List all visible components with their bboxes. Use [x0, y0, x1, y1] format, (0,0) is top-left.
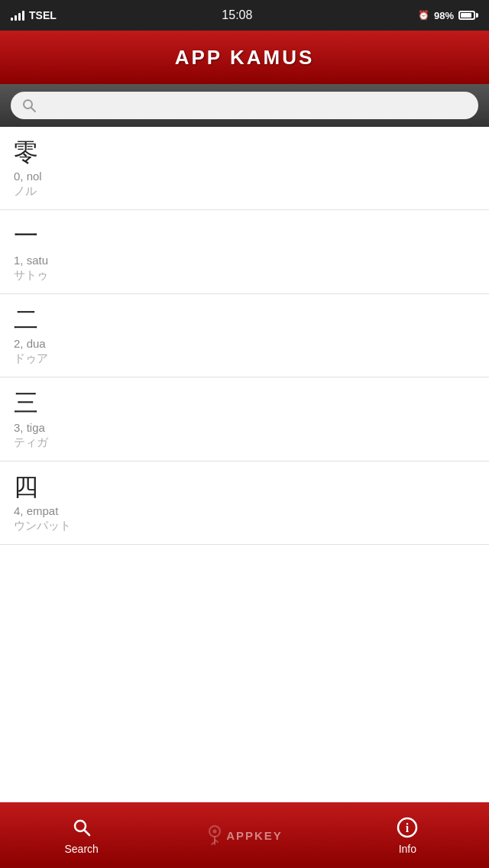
entry-phonetic: ティガ — [14, 436, 475, 450]
entry-phonetic: ノル — [14, 184, 475, 199]
info-tab-icon: i — [395, 815, 419, 840]
search-input[interactable] — [43, 99, 468, 112]
entry-kanji: 四 — [14, 472, 475, 501]
entry-kanji: 零 — [14, 138, 475, 167]
status-bar: TSEL 15:08 ⏰ 98% — [0, 0, 489, 31]
entry-meaning: 1, satu — [14, 254, 475, 267]
entry-phonetic: サトゥ — [14, 268, 475, 283]
entry-phonetic: ドゥア — [14, 351, 475, 366]
search-area — [0, 84, 489, 127]
search-wrapper[interactable] — [11, 92, 478, 119]
app-title: APP KAMUS — [175, 46, 315, 70]
dict-entry[interactable]: 三3, tigaティガ — [0, 377, 489, 461]
search-tab-label: Search — [64, 843, 98, 855]
signal-icon — [11, 10, 24, 21]
svg-line-1 — [31, 108, 35, 112]
entry-phonetic: ウンパット — [14, 519, 475, 533]
svg-line-3 — [84, 831, 89, 836]
clock-icon: ⏰ — [418, 10, 429, 21]
search-tab-icon — [70, 815, 94, 840]
carrier-label: TSEL — [29, 9, 57, 21]
dict-entry[interactable]: 四4, empatウンパット — [0, 462, 489, 545]
entry-kanji: 一 — [14, 221, 475, 250]
entry-meaning: 3, tiga — [14, 421, 475, 434]
tab-bar: Search APPKEY i Info — [0, 802, 489, 868]
dict-list: 零0, nolノル一1, satuサトゥ二2, duaドゥア三3, tigaティ… — [0, 127, 489, 799]
appkey-logo: APPKEY — [206, 824, 283, 846]
svg-text:i: i — [406, 821, 410, 834]
entry-meaning: 2, dua — [14, 337, 475, 350]
battery-percentage: 98% — [434, 10, 454, 21]
svg-point-5 — [213, 830, 217, 834]
entry-meaning: 0, nol — [14, 170, 475, 183]
entry-kanji: 三 — [14, 388, 475, 417]
status-left: TSEL — [11, 9, 57, 21]
dict-entry[interactable]: 二2, duaドゥア — [0, 294, 489, 377]
entry-meaning: 4, empat — [14, 504, 475, 517]
appkey-text: APPKEY — [226, 829, 283, 842]
tab-center-brand: APPKEY — [163, 802, 325, 868]
entry-kanji: 二 — [14, 305, 475, 334]
tab-search[interactable]: Search — [0, 802, 163, 868]
status-right: ⏰ 98% — [418, 10, 478, 21]
search-icon — [21, 98, 37, 113]
app-header: APP KAMUS — [0, 31, 489, 84]
tab-info[interactable]: i Info — [326, 802, 489, 868]
battery-icon — [458, 11, 478, 20]
dict-entry[interactable]: 一1, satuサトゥ — [0, 210, 489, 293]
info-tab-label: Info — [399, 843, 416, 855]
dict-entry[interactable]: 零0, nolノル — [0, 127, 489, 210]
clock: 15:08 — [222, 8, 252, 22]
